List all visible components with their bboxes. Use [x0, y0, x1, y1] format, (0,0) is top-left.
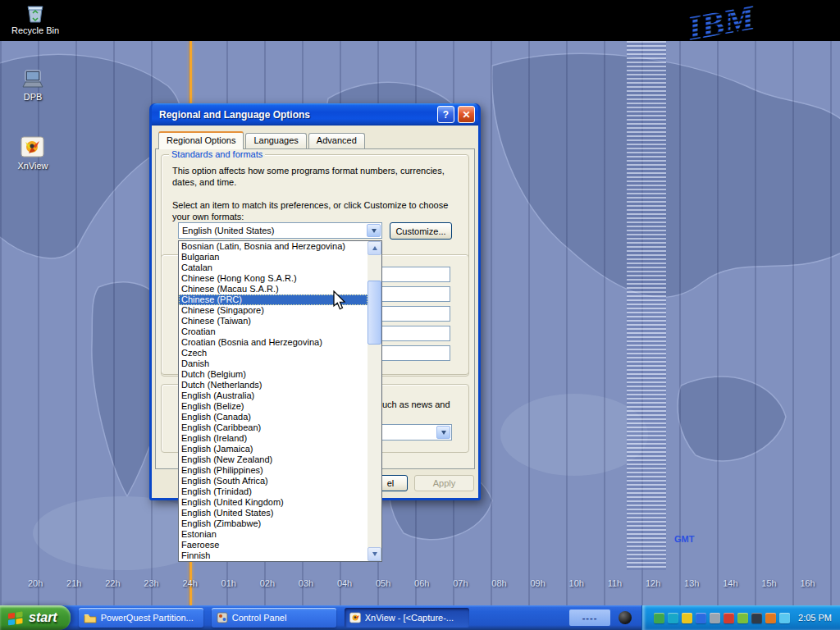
customize-button[interactable]: Customize...: [390, 222, 452, 240]
language-option[interactable]: Bosnian (Latin, Bosnia and Herzegovina): [179, 241, 368, 252]
language-option[interactable]: English (United States): [179, 508, 368, 518]
tray-icon-1[interactable]: [654, 613, 664, 623]
taskbar-task-control-panel[interactable]: Control Panel: [212, 608, 336, 628]
tray-icon-7[interactable]: [737, 613, 748, 623]
list-scrollbar[interactable]: [368, 241, 381, 561]
dateline-hatch-band: [627, 41, 666, 570]
timezone-label: 04h: [337, 578, 352, 588]
language-option[interactable]: Catalan: [179, 262, 368, 273]
taskbar-task-xnview[interactable]: XnView - [<Capture-...: [345, 608, 469, 628]
language-option[interactable]: English (Belize): [179, 401, 368, 412]
timezone-label: 11h: [608, 578, 623, 588]
language-option[interactable]: English (Zimbabwe): [179, 518, 368, 529]
mouse-cursor: [333, 290, 348, 312]
language-option[interactable]: English (South Africa): [179, 476, 368, 486]
timezone-label: 01h: [221, 578, 236, 588]
scroll-up-button[interactable]: [368, 241, 381, 255]
timezone-label: 14h: [723, 578, 737, 588]
start-button[interactable]: start: [0, 605, 71, 630]
language-option[interactable]: Dutch (Belgium): [179, 369, 368, 380]
tray-icon-6[interactable]: [724, 613, 734, 623]
combo-dropdown-button[interactable]: [436, 426, 450, 439]
timezone-label: 05h: [376, 578, 390, 588]
taskbar-toolbar-fragment[interactable]: ----: [569, 609, 610, 626]
timezone-label: 21h: [66, 578, 81, 588]
taskbar-task-powerquest[interactable]: PowerQuest Partition...: [79, 608, 203, 628]
tray-icon-8[interactable]: [751, 613, 762, 623]
language-option[interactable]: Finnish: [179, 550, 368, 561]
top-banner: Recycle Bin IBM: [0, 0, 840, 41]
timezone-label: 03h: [299, 578, 313, 588]
tray-icon-10[interactable]: [779, 613, 790, 623]
tab-regional-options[interactable]: Regional Options: [158, 131, 244, 149]
recycle-bin-icon: [24, 2, 47, 24]
language-option[interactable]: Croatian: [179, 326, 368, 337]
dialog-title: Regional and Language Options: [159, 109, 434, 121]
ibm-logo-text: IBM: [684, 0, 759, 41]
timezone-label: 02h: [260, 578, 275, 588]
language-option[interactable]: Czech: [179, 348, 368, 358]
desktop-icon-dpb[interactable]: DPB: [6, 69, 60, 102]
language-option[interactable]: Chinese (Taiwan): [179, 316, 368, 326]
language-option[interactable]: English (Canada): [179, 412, 368, 422]
help-button[interactable]: ?: [437, 106, 454, 123]
language-option[interactable]: Estonian: [179, 529, 368, 540]
recycle-bin-label: Recycle Bin: [11, 25, 59, 35]
language-option[interactable]: Danish: [179, 358, 368, 369]
laptop-icon: [20, 69, 46, 90]
timezone-label: 20h: [28, 578, 43, 588]
timezone-label: 06h: [414, 578, 429, 588]
timezone-label: 22h: [105, 578, 120, 588]
chevron-down-icon: [441, 431, 446, 435]
scroll-thumb[interactable]: [368, 281, 381, 345]
close-button[interactable]: ✕: [458, 106, 475, 123]
desktop-icon-label: XnView: [17, 161, 48, 171]
taskbar: start PowerQuest Partition... Control Pa…: [0, 605, 840, 630]
language-option[interactable]: English (United Kingdom): [179, 497, 368, 508]
language-option[interactable]: English (Jamaica): [179, 444, 368, 454]
arrow-up-icon: [372, 246, 377, 250]
language-option[interactable]: Faeroese: [179, 540, 368, 550]
standards-group-title: Standards and formats: [169, 149, 265, 159]
language-option[interactable]: English (Philippines): [179, 465, 368, 476]
xnview-icon: [21, 135, 45, 159]
dialog-titlebar[interactable]: Regional and Language Options ? ✕: [152, 103, 478, 126]
task-label: XnView - [<Capture-...: [365, 613, 464, 623]
language-option[interactable]: Bulgarian: [179, 252, 368, 262]
tray-icon-5[interactable]: [710, 613, 720, 623]
control-panel-icon: [217, 612, 228, 623]
language-option[interactable]: English (Trinidad): [179, 486, 368, 497]
combo-dropdown-button[interactable]: [367, 224, 381, 237]
language-option[interactable]: Chinese (Hong Kong S.A.R.): [179, 273, 368, 284]
tray-icon-4[interactable]: [696, 613, 706, 623]
ibm-logo: IBM: [681, 0, 788, 41]
standards-instruction: Select an item to match its preferences,…: [172, 199, 455, 222]
system-tray: 2:05 PM: [641, 605, 840, 630]
language-option[interactable]: Croatian (Bosnia and Herzegovina): [179, 337, 368, 348]
timezone-label: 10h: [569, 578, 584, 588]
xnview-icon: [349, 612, 361, 623]
tray-icon-9[interactable]: [765, 613, 776, 623]
format-combobox[interactable]: English (United States): [178, 222, 382, 239]
desktop-icon-xnview[interactable]: XnView: [6, 135, 60, 171]
desktop-icon-label: DPB: [24, 92, 43, 102]
language-option[interactable]: English (New Zealand): [179, 454, 368, 465]
language-option[interactable]: English (Australia): [179, 390, 368, 401]
tab-languages[interactable]: Languages: [245, 133, 306, 148]
scroll-down-button[interactable]: [368, 547, 381, 561]
timezone-label: 24h: [182, 578, 197, 588]
tab-advanced[interactable]: Advanced: [308, 133, 365, 148]
format-combobox-value: English (United States): [179, 226, 366, 235]
timezone-label: 12h: [646, 578, 660, 588]
standards-description: This option affects how some programs fo…: [172, 165, 455, 188]
language-option[interactable]: Dutch (Netherlands): [179, 380, 368, 390]
tray-icon-3[interactable]: [682, 613, 692, 623]
chevron-down-icon: [372, 229, 377, 233]
language-option[interactable]: English (Ireland): [179, 433, 368, 444]
language-option[interactable]: English (Caribbean): [179, 422, 368, 433]
taskbar-program-icon[interactable]: [619, 611, 632, 624]
desktop-icon-recycle-bin[interactable]: Recycle Bin: [8, 2, 62, 35]
tray-icon-2[interactable]: [668, 613, 678, 623]
apply-button[interactable]: Apply: [414, 475, 474, 491]
tray-icons: [654, 613, 790, 623]
